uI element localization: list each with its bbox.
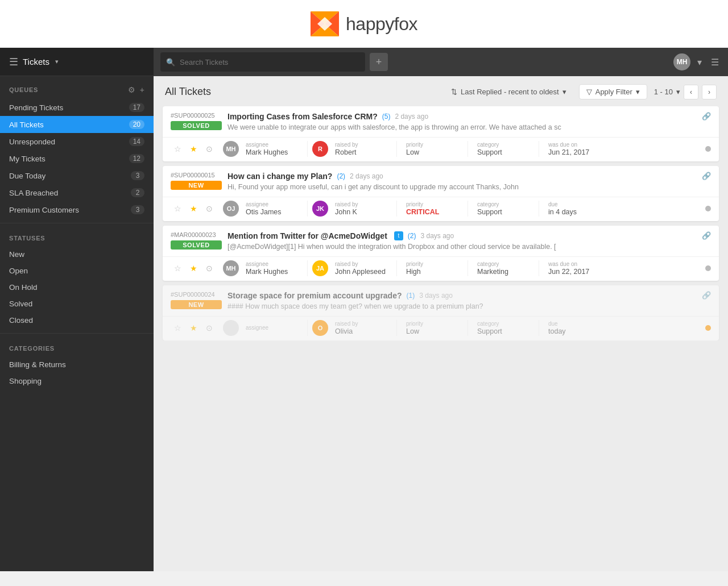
raised-by-value: Robert	[335, 148, 392, 156]
more-options-icon[interactable]: ⊙	[202, 202, 216, 215]
star-toggle[interactable]: ☆	[171, 142, 184, 156]
sidebar-status-solved[interactable]: Solved	[0, 296, 154, 312]
ticket-preview: Hi, Found your app more useful, can i ge…	[228, 183, 580, 191]
status-dot	[705, 325, 711, 331]
ticket-card[interactable]: #SUP00000025 SOLVED Importing Cases from…	[163, 106, 719, 161]
star-toggle[interactable]: ☆	[171, 261, 184, 275]
due-label: was due on	[548, 142, 605, 148]
ticket-replies: (2)	[408, 232, 416, 240]
list-controls: ⇅ Last Replied - recent to oldest ▾ ▽ Ap…	[445, 84, 717, 99]
prev-page-button[interactable]: ‹	[684, 85, 698, 99]
sidebar-item-unresponded[interactable]: Unresponded14	[0, 133, 154, 150]
sidebar: ☰ Tickets ▾ QUEUES ⚙ + Pending Tickets17…	[0, 48, 154, 571]
queues-section: QUEUES ⚙ + Pending Tickets17All Tickets2…	[0, 76, 154, 221]
assignee-label: assignee	[246, 261, 303, 267]
sidebar-status-closed[interactable]: Closed	[0, 312, 154, 329]
sidebar-status-new[interactable]: New	[0, 246, 154, 263]
star-toggle[interactable]: ☆	[171, 202, 184, 215]
status-badge: NEW	[171, 300, 222, 309]
raised-by-value: Olivia	[335, 327, 392, 335]
notifications-button[interactable]: ☰	[709, 55, 721, 70]
raised-by-label: raised by	[335, 321, 392, 327]
priority-label: priority	[406, 321, 463, 327]
due-field: due today	[548, 321, 605, 335]
ticket-title: Storage space for premium account upgrad…	[228, 291, 402, 300]
ticket-preview: We were unable to integrate our apps wit…	[228, 123, 580, 131]
sidebar-module-bar[interactable]: ☰ Tickets ▾	[0, 48, 154, 76]
meta-separator-1	[307, 141, 308, 157]
star-filled-icon[interactable]: ★	[187, 142, 200, 156]
category-label: category	[477, 261, 534, 267]
ticket-link-icon[interactable]: 🔗	[702, 291, 711, 300]
sidebar-status-on hold[interactable]: On Hold	[0, 279, 154, 296]
ticket-id: #MAR00000023	[171, 231, 222, 238]
ticket-top: #SUP00000025 SOLVED Importing Cases from…	[163, 106, 719, 137]
ticket-meta: ☆ ★ ⊙ OJ assignee Otis James JK raised b…	[163, 197, 719, 221]
sidebar-item-premium-customers[interactable]: Premium Customers3	[0, 201, 154, 218]
raised-by-field: raised by Robert	[335, 142, 392, 156]
add-ticket-button[interactable]: +	[370, 53, 388, 71]
category-value: Marketing	[477, 268, 534, 276]
ticket-title-row: Mention from Twitter for @AcmeDoWidget t…	[228, 231, 711, 240]
priority-value: High	[406, 268, 463, 276]
ticket-time: 3 days ago	[421, 232, 454, 240]
sort-label: Last Replied - recent to oldest	[461, 88, 559, 96]
meta-separator-3	[468, 201, 468, 217]
sidebar-item-all-tickets[interactable]: All Tickets20	[0, 116, 154, 133]
sidebar-status-open[interactable]: Open	[0, 263, 154, 279]
ticket-title: Mention from Twitter for @AcmeDoWidget	[228, 231, 387, 240]
star-toggle[interactable]: ☆	[171, 321, 184, 335]
sidebar-item-pending-tickets[interactable]: Pending Tickets17	[0, 99, 154, 116]
category-field: category Support	[477, 201, 534, 216]
star-filled-icon[interactable]: ★	[187, 321, 200, 335]
ticket-preview: [@AcmeDoWidget][1] Hi when would the int…	[228, 243, 580, 251]
sidebar-category-billing-&-returns[interactable]: Billing & Returns	[0, 356, 154, 373]
due-label: due	[548, 201, 605, 207]
search-box[interactable]: 🔍	[160, 52, 365, 72]
main-panel: 🔍 + MH ▾ ☰ All Tickets ⇅ Last Replied - …	[154, 48, 728, 571]
ticket-card[interactable]: #SUP00000015 NEW How can i change my Pla…	[163, 166, 719, 221]
meta-action-icons: ☆ ★ ⊙	[171, 142, 216, 156]
more-options-icon[interactable]: ⊙	[202, 261, 216, 275]
filter-arrow: ▾	[636, 88, 640, 96]
user-dropdown-button[interactable]: ▾	[695, 55, 704, 70]
more-options-icon[interactable]: ⊙	[202, 321, 216, 335]
assignee-field: assignee Otis James	[246, 201, 303, 216]
ticket-time: 2 days ago	[350, 172, 383, 180]
module-dropdown-arrow[interactable]: ▾	[55, 58, 59, 65]
ticket-id: #SUP00000024	[171, 291, 222, 298]
ticket-link-icon[interactable]: 🔗	[702, 112, 711, 120]
more-options-icon[interactable]: ⊙	[202, 142, 216, 156]
queues-add-icon[interactable]: +	[140, 85, 144, 94]
star-filled-icon[interactable]: ★	[187, 202, 200, 215]
sidebar-category-shopping[interactable]: Shopping	[0, 373, 154, 389]
queues-settings-icon[interactable]: ⚙	[128, 85, 135, 94]
priority-value: Low	[406, 148, 463, 156]
status-badge: SOLVED	[171, 121, 222, 130]
ticket-link-icon[interactable]: 🔗	[702, 231, 711, 240]
sort-button[interactable]: ⇅ Last Replied - recent to oldest ▾	[445, 85, 572, 99]
user-avatar[interactable]: MH	[673, 53, 690, 70]
assignee-label: assignee	[246, 325, 303, 331]
ticket-id-badge: #MAR00000023 SOLVED	[171, 231, 222, 250]
meta-separator-3	[468, 320, 468, 336]
pagination-dropdown-arrow[interactable]: ▾	[676, 88, 680, 96]
meta-separator-1	[307, 260, 308, 276]
sidebar-item-my-tickets[interactable]: My Tickets12	[0, 150, 154, 167]
category-field: category Marketing	[477, 261, 534, 276]
category-field: category Support	[477, 321, 534, 335]
meta-separator-1	[307, 320, 308, 336]
ticket-title-row: Storage space for premium account upgrad…	[228, 291, 711, 300]
raised-by-value: John K	[335, 208, 392, 216]
ticket-id-badge: #SUP00000024 NEW	[171, 291, 222, 309]
next-page-button[interactable]: ›	[702, 85, 717, 99]
star-filled-icon[interactable]: ★	[187, 261, 200, 275]
ticket-link-icon[interactable]: 🔗	[702, 172, 711, 180]
search-input[interactable]	[180, 58, 359, 67]
filter-button[interactable]: ▽ Apply Filter ▾	[579, 84, 647, 99]
sidebar-item-due-today[interactable]: Due Today3	[0, 167, 154, 184]
ticket-card[interactable]: #MAR00000023 SOLVED Mention from Twitter…	[163, 226, 719, 281]
sidebar-item-sla-breached[interactable]: SLA Breached2	[0, 184, 154, 201]
filter-label: Apply Filter	[595, 88, 632, 96]
ticket-card[interactable]: #SUP00000024 NEW Storage space for premi…	[163, 285, 719, 340]
